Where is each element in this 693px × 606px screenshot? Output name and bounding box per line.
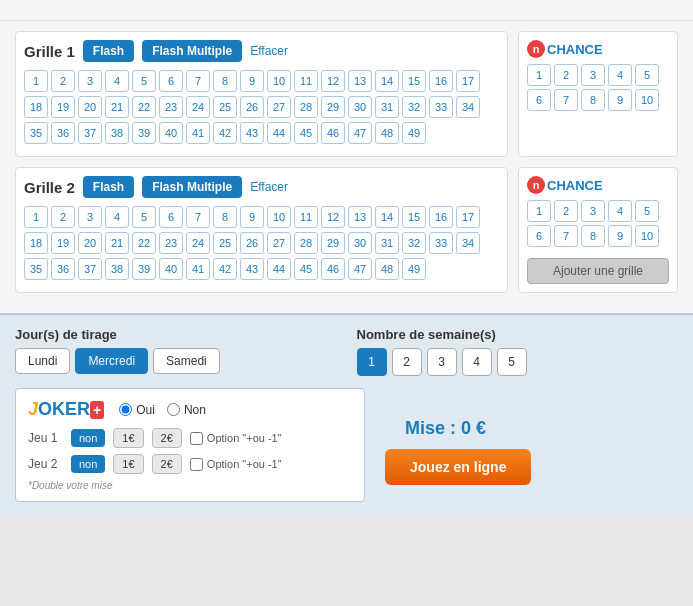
number-cell-1-14[interactable]: 14 [375,70,399,92]
number-cell-2-31[interactable]: 31 [375,232,399,254]
number-cell-1-46[interactable]: 46 [321,122,345,144]
number-cell-2-26[interactable]: 26 [240,232,264,254]
number-cell-2-36[interactable]: 36 [51,258,75,280]
number-cell-1-40[interactable]: 40 [159,122,183,144]
btn-effacer-1[interactable]: Effacer [250,44,288,58]
number-cell-2-40[interactable]: 40 [159,258,183,280]
number-cell-1-25[interactable]: 25 [213,96,237,118]
btn-jeu-1e-2[interactable]: 1€ [113,454,143,474]
number-cell-1-22[interactable]: 22 [132,96,156,118]
btn-flash-multiple-1[interactable]: Flash Multiple [142,40,242,62]
chance-num-2-8[interactable]: 8 [581,225,605,247]
number-cell-1-21[interactable]: 21 [105,96,129,118]
btn-sem-4[interactable]: 4 [462,348,492,376]
btn-sem-2[interactable]: 2 [392,348,422,376]
number-cell-2-47[interactable]: 47 [348,258,372,280]
number-cell-1-38[interactable]: 38 [105,122,129,144]
chance-num-1-4[interactable]: 4 [608,64,632,86]
joker-non-label[interactable]: Non [167,403,206,417]
number-cell-2-12[interactable]: 12 [321,206,345,228]
chance-num-2-5[interactable]: 5 [635,200,659,222]
number-cell-2-13[interactable]: 13 [348,206,372,228]
number-cell-1-31[interactable]: 31 [375,96,399,118]
btn-flash-2[interactable]: Flash [83,176,134,198]
number-cell-2-41[interactable]: 41 [186,258,210,280]
number-cell-1-23[interactable]: 23 [159,96,183,118]
number-cell-1-4[interactable]: 4 [105,70,129,92]
btn-day-lundi[interactable]: Lundi [15,348,70,374]
chance-num-2-9[interactable]: 9 [608,225,632,247]
chance-num-1-10[interactable]: 10 [635,89,659,111]
btn-jouer[interactable]: Jouez en ligne [385,449,531,485]
number-cell-2-35[interactable]: 35 [24,258,48,280]
chance-num-2-2[interactable]: 2 [554,200,578,222]
number-cell-2-18[interactable]: 18 [24,232,48,254]
number-cell-2-21[interactable]: 21 [105,232,129,254]
btn-flash-1[interactable]: Flash [83,40,134,62]
chance-num-1-3[interactable]: 3 [581,64,605,86]
number-cell-2-33[interactable]: 33 [429,232,453,254]
number-cell-1-48[interactable]: 48 [375,122,399,144]
number-cell-2-20[interactable]: 20 [78,232,102,254]
number-cell-2-3[interactable]: 3 [78,206,102,228]
btn-sem-3[interactable]: 3 [427,348,457,376]
number-cell-2-34[interactable]: 34 [456,232,480,254]
number-cell-1-7[interactable]: 7 [186,70,210,92]
number-cell-2-39[interactable]: 39 [132,258,156,280]
number-cell-2-25[interactable]: 25 [213,232,237,254]
number-cell-2-22[interactable]: 22 [132,232,156,254]
number-cell-2-30[interactable]: 30 [348,232,372,254]
number-cell-1-17[interactable]: 17 [456,70,480,92]
chance-num-1-6[interactable]: 6 [527,89,551,111]
number-cell-2-45[interactable]: 45 [294,258,318,280]
number-cell-2-38[interactable]: 38 [105,258,129,280]
btn-jeu-1e-1[interactable]: 1€ [113,428,143,448]
number-cell-2-37[interactable]: 37 [78,258,102,280]
number-cell-2-7[interactable]: 7 [186,206,210,228]
number-cell-1-42[interactable]: 42 [213,122,237,144]
number-cell-2-9[interactable]: 9 [240,206,264,228]
chance-num-2-7[interactable]: 7 [554,225,578,247]
chance-num-1-2[interactable]: 2 [554,64,578,86]
chance-num-2-4[interactable]: 4 [608,200,632,222]
number-cell-2-48[interactable]: 48 [375,258,399,280]
number-cell-1-13[interactable]: 13 [348,70,372,92]
number-cell-2-19[interactable]: 19 [51,232,75,254]
btn-jeu-non-1[interactable]: non [71,429,105,447]
number-cell-1-49[interactable]: 49 [402,122,426,144]
btn-jeu-non-2[interactable]: non [71,455,105,473]
number-cell-1-35[interactable]: 35 [24,122,48,144]
number-cell-1-30[interactable]: 30 [348,96,372,118]
option-checkbox-1[interactable] [190,432,203,445]
number-cell-2-46[interactable]: 46 [321,258,345,280]
number-cell-2-44[interactable]: 44 [267,258,291,280]
number-cell-1-16[interactable]: 16 [429,70,453,92]
number-cell-2-32[interactable]: 32 [402,232,426,254]
number-cell-1-33[interactable]: 33 [429,96,453,118]
btn-day-mercredi[interactable]: Mercredi [75,348,148,374]
chance-num-2-10[interactable]: 10 [635,225,659,247]
btn-sem-5[interactable]: 5 [497,348,527,376]
number-cell-2-23[interactable]: 23 [159,232,183,254]
number-cell-2-15[interactable]: 15 [402,206,426,228]
number-cell-1-37[interactable]: 37 [78,122,102,144]
number-cell-2-42[interactable]: 42 [213,258,237,280]
number-cell-1-6[interactable]: 6 [159,70,183,92]
number-cell-2-16[interactable]: 16 [429,206,453,228]
btn-jeu-2e-2[interactable]: 2€ [152,454,182,474]
number-cell-1-39[interactable]: 39 [132,122,156,144]
number-cell-1-27[interactable]: 27 [267,96,291,118]
btn-effacer-2[interactable]: Effacer [250,180,288,194]
number-cell-2-43[interactable]: 43 [240,258,264,280]
chance-num-2-3[interactable]: 3 [581,200,605,222]
btn-jeu-2e-1[interactable]: 2€ [152,428,182,448]
btn-flash-multiple-2[interactable]: Flash Multiple [142,176,242,198]
number-cell-1-47[interactable]: 47 [348,122,372,144]
number-cell-2-4[interactable]: 4 [105,206,129,228]
number-cell-2-17[interactable]: 17 [456,206,480,228]
number-cell-1-29[interactable]: 29 [321,96,345,118]
number-cell-1-34[interactable]: 34 [456,96,480,118]
number-cell-1-8[interactable]: 8 [213,70,237,92]
chance-num-1-9[interactable]: 9 [608,89,632,111]
joker-non-radio[interactable] [167,403,180,416]
